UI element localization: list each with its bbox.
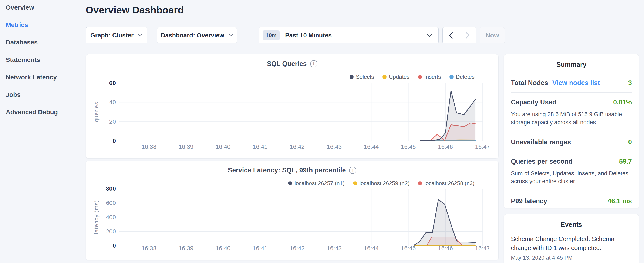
time-step-back-button[interactable] (443, 28, 459, 43)
summary-label: Queries per second (511, 158, 572, 165)
legend-item[interactable]: Selects (350, 74, 374, 80)
svg-text:60: 60 (109, 80, 116, 86)
svg-text:16:39: 16:39 (178, 143, 194, 150)
time-step-buttons (442, 27, 476, 43)
events-panel: Events Schema Change Completed: Schema c… (504, 214, 639, 263)
summary-row-queries-per-second: Queries per second 59.7 Sum of Selects, … (511, 151, 632, 191)
svg-text:16:38: 16:38 (142, 245, 156, 251)
summary-panel: Summary Total Nodes View nodes list 3 Ca… (504, 54, 639, 208)
svg-text:16:40: 16:40 (216, 143, 230, 150)
svg-text:0: 0 (112, 242, 116, 249)
legend-label: Inserts (424, 74, 441, 80)
summary-description: You are using 28.6 MiB of 515.9 GiB usab… (511, 110, 632, 132)
svg-text:16:42: 16:42 (290, 245, 305, 251)
toolbar-divider (249, 27, 250, 43)
chevron-down-icon (138, 34, 142, 37)
svg-text:16:46: 16:46 (438, 245, 453, 251)
svg-text:16:44: 16:44 (364, 245, 379, 251)
svg-text:16:43: 16:43 (327, 245, 342, 251)
svg-text:16:45: 16:45 (401, 143, 416, 150)
sidebar-item-jobs[interactable]: Jobs (6, 91, 85, 99)
service-latency-plot: 16:3816:3916:4016:4116:4216:4316:4416:45… (90, 183, 489, 255)
sidebar: Overview Metrics Databases Statements Ne… (0, 0, 85, 263)
view-nodes-list-link[interactable]: View nodes list (552, 79, 600, 87)
svg-text:16:38: 16:38 (142, 143, 156, 150)
svg-text:16:41: 16:41 (252, 143, 268, 150)
summary-value: 0 (628, 138, 632, 146)
summary-label: P99 latency (511, 197, 547, 205)
sql-queries-chart-card: SQL Queries i SelectsUpdatesInsertsDelet… (86, 54, 498, 158)
summary-row-unavailable-ranges: Unavailable ranges 0 (511, 132, 632, 151)
service-latency-chart-card: Service Latency: SQL, 99th percentile i … (86, 161, 498, 260)
summary-label: Unavailable ranges (511, 138, 571, 146)
event-list-item: Schema Change Completed: Schema change w… (511, 234, 632, 261)
svg-text:20: 20 (109, 118, 116, 125)
info-icon[interactable]: i (349, 167, 356, 174)
legend-label: Selects (356, 74, 374, 80)
sidebar-item-overview[interactable]: Overview (6, 4, 85, 12)
time-range-selector[interactable]: 10m Past 10 Minutes (259, 27, 438, 43)
summary-label: Total Nodes (511, 79, 548, 87)
svg-text:16:42: 16:42 (290, 143, 305, 150)
summary-value: 59.7 (619, 158, 632, 165)
legend-dot-icon (450, 75, 454, 79)
legend-dot-icon (350, 75, 354, 79)
legend-item[interactable]: Inserts (418, 74, 441, 80)
summary-title: Summary (504, 61, 639, 69)
summary-row-capacity-used: Capacity Used 0.01% You are using 28.6 M… (511, 92, 632, 132)
event-text: Schema Change Completed: Schema change w… (511, 234, 632, 252)
svg-text:400: 400 (106, 214, 116, 220)
graph-dropdown[interactable]: Graph: Cluster (86, 27, 147, 43)
svg-text:16:39: 16:39 (178, 245, 194, 251)
svg-text:16:46: 16:46 (438, 143, 453, 150)
sql-queries-plot: 16:3816:3916:4016:4116:4216:4316:4416:45… (90, 80, 489, 152)
legend-dot-icon (418, 75, 422, 79)
svg-text:16:40: 16:40 (216, 245, 230, 251)
svg-text:40: 40 (109, 99, 116, 106)
svg-text:0: 0 (112, 137, 116, 144)
legend-item[interactable]: Deletes (450, 74, 474, 80)
svg-text:800: 800 (106, 185, 116, 192)
sidebar-item-databases[interactable]: Databases (6, 39, 85, 46)
dashboard-dropdown-label: Dashboard: Overview (161, 32, 224, 39)
service-latency-chart-title: Service Latency: SQL, 99th percentile (228, 166, 346, 174)
summary-value: 46.1 ms (608, 197, 632, 205)
time-step-forward-button[interactable] (459, 28, 476, 43)
summary-value: 3 (628, 79, 632, 87)
svg-text:16:44: 16:44 (364, 143, 379, 150)
time-range-badge: 10m (262, 31, 280, 41)
event-timestamp: May 13, 2020 at 4:45 PM (511, 254, 632, 261)
legend-label: Updates (389, 74, 410, 80)
dashboard-dropdown[interactable]: Dashboard: Overview (157, 27, 237, 43)
svg-text:16:47: 16:47 (475, 143, 489, 150)
legend-item[interactable]: Updates (382, 74, 410, 80)
sidebar-item-statements[interactable]: Statements (6, 56, 85, 64)
summary-row-p99-latency: P99 latency 46.1 ms (511, 191, 632, 210)
legend-label: Deletes (456, 74, 474, 80)
info-icon[interactable]: i (310, 60, 318, 68)
graph-dropdown-label: Graph: Cluster (90, 32, 134, 39)
svg-text:16:45: 16:45 (401, 245, 416, 251)
overview-dashboard-page: { "sidebar": { "items": [ { "label": "Ov… (0, 0, 644, 263)
summary-value: 0.01% (613, 99, 632, 106)
svg-text:200: 200 (106, 228, 116, 235)
svg-text:600: 600 (106, 200, 116, 206)
sidebar-item-metrics[interactable]: Metrics (6, 21, 85, 29)
svg-text:16:43: 16:43 (327, 143, 342, 150)
summary-row-total-nodes: Total Nodes View nodes list 3 (511, 73, 632, 92)
svg-text:16:41: 16:41 (252, 245, 268, 251)
summary-description: Sum of Selects, Updates, Inserts, and De… (511, 170, 632, 191)
legend-dot-icon (382, 75, 386, 79)
chevron-down-icon (228, 34, 233, 37)
chevron-down-icon (426, 34, 432, 37)
time-range-label: Past 10 Minutes (285, 32, 332, 39)
svg-text:16:47: 16:47 (475, 245, 489, 251)
sidebar-item-network-latency[interactable]: Network Latency (6, 74, 85, 81)
sidebar-item-advanced-debug[interactable]: Advanced Debug (6, 109, 85, 116)
now-button[interactable]: Now (480, 27, 505, 43)
sql-queries-legend: SelectsUpdatesInsertsDeletes (350, 74, 474, 80)
page-title: Overview Dashboard (86, 4, 184, 16)
events-title: Events (504, 221, 639, 228)
sql-queries-chart-title: SQL Queries (267, 60, 306, 68)
summary-label: Capacity Used (511, 99, 556, 106)
